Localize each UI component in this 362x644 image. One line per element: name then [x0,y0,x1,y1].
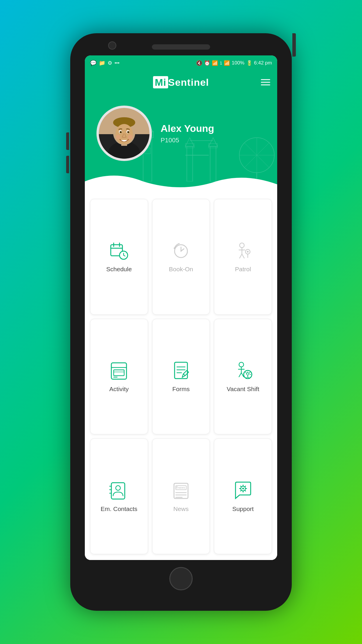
schedule-icon [108,241,129,262]
phone-speaker [152,44,210,50]
app-logo: MiSentinel [153,77,209,88]
menu-item-patrol[interactable]: Patrol [214,199,272,315]
svg-line-99 [240,490,241,491]
news-label: News [173,505,189,512]
phone-device: 💬 📁 ⚙ ••• 🔇 ⏰ 📶 1 📶 100% 🔋 6:42 pm MiSen… [70,33,292,611]
schedule-label: Schedule [106,266,132,273]
svg-point-29 [120,131,122,133]
patrol-label: Patrol [235,266,251,273]
svg-line-70 [245,372,247,373]
svg-line-67 [239,373,241,377]
svg-point-51 [247,251,249,253]
activity-icon [108,360,129,382]
support-icon [233,480,254,501]
svg-point-31 [116,135,120,139]
news-icon: NEWS [171,480,191,501]
user-id: P1005 [161,136,214,144]
whatsapp-icon: 💬 [90,60,96,66]
status-right-info: 🔇 ⏰ 📶 1 📶 100% 🔋 6:42 pm [196,60,272,66]
menu-item-support[interactable]: Support [214,438,272,554]
sim-icon: 1 [220,61,222,65]
avatar-image [99,108,150,159]
ham-line-2 [261,82,270,83]
folder-icon: 📁 [99,60,105,66]
menu-item-em-contacts[interactable]: Em. Contacts [90,438,148,554]
vol-down-button[interactable] [66,156,69,173]
profile-wave [85,170,277,193]
svg-point-92 [242,488,244,489]
em-contacts-label: Em. Contacts [101,505,137,512]
ham-line-3 [261,85,270,85]
book-on-label: Book-On [169,266,193,273]
svg-text:NEWS: NEWS [178,487,185,489]
svg-line-49 [242,254,244,258]
more-icon: ••• [115,60,120,66]
home-button[interactable] [169,567,193,590]
patrol-icon [233,241,254,262]
em-contacts-icon [108,480,129,501]
profile-section: Alex Young P1005 [85,94,277,193]
menu-row-3: Em. Contacts NEWS [90,438,272,554]
svg-line-48 [240,254,242,258]
svg-line-72 [249,372,250,373]
menu-item-forms[interactable]: Forms [152,319,210,435]
vol-up-button[interactable] [66,132,69,150]
battery-icon: 🔋 [246,60,252,66]
menu-item-schedule[interactable]: Schedule [90,199,148,315]
book-on-icon [171,241,191,262]
profile-content: Alex Young P1005 [85,94,277,173]
ham-line-1 [261,79,270,80]
app-header: MiSentinel [85,71,277,94]
logo-mi: Mi [153,76,168,88]
vacant-shift-icon [233,360,254,382]
menu-grid: Schedule Book-On [85,193,277,560]
menu-row-2: Activity [90,319,272,435]
svg-rect-56 [114,371,124,373]
support-label: Support [232,505,254,512]
svg-point-45 [240,243,244,248]
power-button[interactable] [292,33,296,57]
menu-button[interactable] [261,79,270,85]
svg-point-30 [127,131,129,133]
status-bar: 💬 📁 ⚙ ••• 🔇 ⏰ 📶 1 📶 100% 🔋 6:42 pm [85,55,277,71]
svg-rect-58 [175,362,187,379]
logo-sentinel: Sentinel [168,77,209,88]
activity-label: Activity [109,386,129,393]
menu-item-book-on[interactable]: Book-On [152,199,210,315]
status-left-icons: 💬 📁 ⚙ ••• [90,60,120,66]
svg-point-32 [128,135,133,139]
alarm-icon: ⏰ [204,60,210,66]
mute-icon: 🔇 [196,60,202,66]
menu-item-news[interactable]: NEWS News [152,438,210,554]
menu-item-activity[interactable]: Activity [90,319,148,435]
svg-point-44 [174,247,175,249]
settings-icon: ⚙ [108,60,112,66]
phone-screen: 💬 📁 ⚙ ••• 🔇 ⏰ 📶 1 📶 100% 🔋 6:42 pm MiSen… [85,55,277,560]
vacant-shift-label: Vacant Shift [227,386,259,393]
menu-item-vacant-shift[interactable]: Vacant Shift [214,319,272,435]
svg-line-98 [245,490,245,491]
svg-line-100 [245,486,245,487]
wifi-icon: 📶 [212,60,218,66]
forms-icon [171,360,191,382]
avatar [96,106,152,161]
svg-rect-78 [111,483,125,499]
time-display: 6:42 pm [254,60,272,66]
user-name: Alex Young [161,123,214,134]
phone-camera [108,41,116,50]
svg-point-74 [247,373,249,375]
forms-label: Forms [172,386,190,393]
svg-point-64 [239,362,244,367]
menu-row-1: Schedule Book-On [90,199,272,315]
user-info: Alex Young P1005 [161,123,214,144]
svg-line-97 [240,486,241,487]
signal-icon: 📶 [224,60,230,66]
svg-point-82 [116,486,120,490]
battery-percent: 100% [232,60,244,66]
